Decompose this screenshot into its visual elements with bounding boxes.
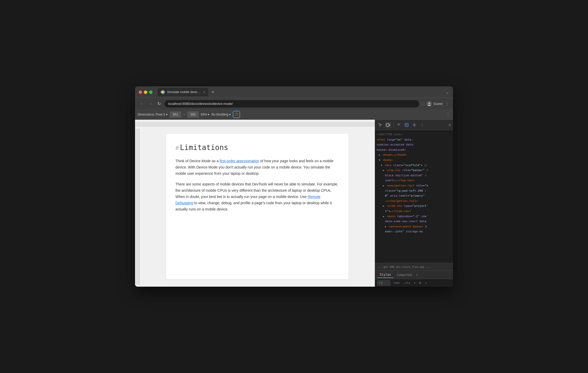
para1-text-before: Think of Device Mode as a	[175, 159, 220, 163]
toolbar-separator-1	[393, 122, 394, 128]
minimize-button[interactable]	[144, 91, 147, 94]
guest-button[interactable]: Guest	[427, 101, 443, 106]
html-doctype: <!DOCTYPE html>	[377, 132, 451, 137]
computed-tab[interactable]: Computed	[394, 272, 414, 278]
hov-filter-button[interactable]: :hov	[392, 281, 401, 285]
filter-bar: :hov .cls + ⊞ ◁	[375, 279, 453, 287]
para2-text-after: to view, change, debug, and profile a pa…	[175, 201, 332, 211]
throttle-label: No throttling	[211, 113, 228, 116]
paragraph-1: Think of Device Mode as a first-order ap…	[175, 158, 339, 177]
traffic-lights	[139, 91, 152, 94]
tab-bar: Simulate mobile devices with D × +	[158, 88, 443, 96]
console-drawer-icon[interactable]	[396, 122, 402, 128]
html-head: <head>…</head>	[377, 153, 451, 157]
rotate-icon	[234, 112, 238, 117]
svg-rect-6	[405, 123, 408, 127]
new-tab-button[interactable]: +	[209, 89, 217, 95]
cls-filter-button[interactable]: .cls	[402, 281, 412, 285]
html-main-attr1: data-side-nav-inert data	[377, 219, 451, 224]
more-tabs-button[interactable]: »	[416, 273, 418, 277]
address-input[interactable]	[164, 100, 419, 107]
address-bar-right: □ Guest ⋮	[422, 101, 449, 106]
svg-rect-4	[389, 124, 390, 126]
device-selector-arrow: ▾	[166, 113, 168, 116]
element-picker-icon[interactable]	[377, 122, 383, 128]
page-content-wrapper: #Limitations Think of Device Mode as a f…	[135, 127, 375, 287]
width-input[interactable]	[170, 111, 181, 118]
html-main: <main tabindex="-1" id='	[377, 214, 451, 219]
add-filter-button[interactable]: +	[413, 281, 417, 285]
zoom-label: 83%	[201, 113, 207, 116]
tab-title: Simulate mobile devices with D	[167, 90, 201, 94]
html-tag-html: <html lang="en" data-	[377, 137, 451, 142]
html-div-scaffold: <div class="scaffold"> gr	[377, 163, 451, 168]
device-selector[interactable]: Dimensions: Pixel 5 ▾	[138, 113, 168, 116]
settings-icon[interactable]	[411, 122, 418, 128]
throttle-arrow: ▾	[229, 113, 231, 116]
address-bar: ← → ↻ □ Guest ⋮	[135, 98, 453, 109]
paragraph-2: There are some aspects of mobile devices…	[175, 181, 339, 212]
browser-window: Simulate mobile devices with D × + ⌄ ← →…	[135, 86, 453, 287]
html-top-nav: <top-nav role="banner" d	[377, 168, 451, 173]
devtools-close-button[interactable]: ✕	[448, 122, 451, 127]
tab-close-button[interactable]: ×	[203, 90, 205, 94]
content-card: #Limitations Think of Device Mode as a f…	[166, 134, 348, 279]
elements-panel-icon[interactable]	[403, 122, 410, 128]
svg-point-2	[428, 105, 431, 106]
back-button[interactable]: ←	[139, 100, 145, 107]
active-tab[interactable]: Simulate mobile devices with D ×	[158, 88, 208, 96]
profile-icon	[427, 101, 432, 106]
sidebar-toggle-icon[interactable]: ◁	[424, 281, 427, 285]
height-input[interactable]	[187, 111, 199, 118]
devtools-bottom: ... ght-400 div.stack.flow-spa ... Style…	[375, 263, 453, 287]
html-announcement-attr: nner--info" storage-ke	[377, 229, 451, 234]
page-view: #Limitations Think of Device Mode as a f…	[135, 120, 375, 287]
close-button[interactable]	[139, 91, 142, 94]
device-toolbar: Dimensions: Pixel 5 ▾ × 83% ▾ No throttl…	[135, 109, 453, 120]
dimension-separator: ×	[183, 113, 185, 116]
html-nav-rail-class: class="lg:pad-left-200 1	[377, 189, 451, 193]
title-bar: Simulate mobile devices with D × + ⌄	[135, 86, 453, 98]
html-top-nav-attr: block hairline-bottom" d	[377, 173, 451, 178]
styles-tab[interactable]: Styles	[377, 272, 394, 278]
html-tag-html-3: banner-dismissed>	[377, 148, 451, 152]
forward-button[interactable]: →	[148, 100, 154, 107]
svg-point-1	[428, 102, 430, 104]
html-side-nav: <side-nav type="project'	[377, 204, 451, 208]
ruler-horizontal	[135, 122, 375, 127]
computed-layout-icon[interactable]: ⊞	[418, 281, 422, 285]
toolbar-more-button[interactable]: ⋮	[446, 112, 450, 117]
rotate-button[interactable]	[233, 111, 240, 118]
guest-label: Guest	[433, 102, 443, 106]
html-announcement: <announcement-banner d	[377, 224, 451, 229]
window-more-icon[interactable]: ⌄	[445, 89, 449, 95]
device-mode-icon[interactable]	[385, 122, 391, 128]
svg-point-9	[414, 124, 415, 125]
zoom-selector[interactable]: 83% ▾	[201, 113, 209, 116]
device-selector-label: Dimensions: Pixel 5	[138, 113, 165, 116]
main-area: #Limitations Think of Device Mode as a f…	[135, 120, 453, 287]
maximize-button[interactable]	[149, 91, 152, 94]
html-nav-rail: <navigation-rail role="n	[377, 183, 451, 188]
devtools-more-icon[interactable]: ⋮	[419, 122, 425, 128]
filter-input[interactable]	[377, 280, 390, 286]
svg-rect-3	[386, 124, 389, 126]
breadcrumb-bar: ... ght-400 div.stack.flow-spa ...	[375, 263, 453, 270]
page-inner[interactable]: #Limitations Think of Device Mode as a f…	[140, 129, 375, 285]
devtools-html-content[interactable]: <!DOCTYPE html> <html lang="en" data- co…	[375, 130, 453, 263]
html-tag-html-2: cookies-accepted data-	[377, 142, 451, 147]
html-top-nav-close: inert>…</top-nav>	[377, 178, 451, 183]
html-nav-rail-close: …</navigation-rail>	[377, 199, 451, 203]
devtools-tabs: Styles Computed »	[375, 270, 453, 279]
browser-more-icon[interactable]: ⋮	[445, 101, 449, 106]
zoom-arrow: ▾	[208, 113, 209, 116]
heading-hash: #	[175, 145, 179, 151]
cast-icon[interactable]: □	[422, 101, 424, 106]
heading-text: Limitations	[180, 143, 228, 152]
ruler-vertical	[135, 129, 140, 285]
page-heading: #Limitations	[175, 143, 339, 152]
throttle-selector[interactable]: No throttling ▾	[211, 113, 231, 116]
breadcrumb-text: ... ght-400 div.stack.flow-spa ...	[377, 266, 431, 268]
first-order-link[interactable]: first-order approximation	[220, 159, 259, 163]
refresh-button[interactable]: ↻	[156, 100, 162, 107]
